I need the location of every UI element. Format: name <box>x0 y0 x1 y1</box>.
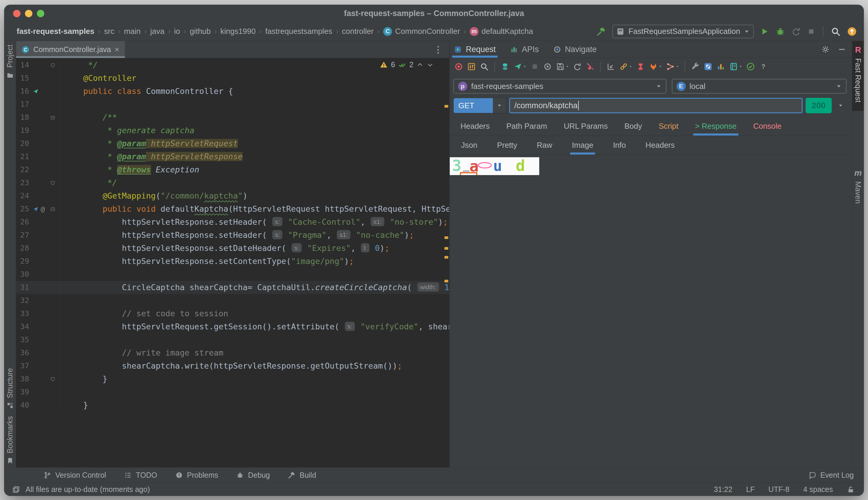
encoding-widget[interactable]: UTF-8 <box>768 485 789 494</box>
gutter-icons[interactable] <box>30 307 45 320</box>
fold-marker[interactable] <box>45 137 61 150</box>
debug-button[interactable] <box>775 26 785 36</box>
code-line[interactable]: 23 */ <box>16 176 449 189</box>
stop-button[interactable] <box>807 27 816 36</box>
breadcrumb-item-src[interactable]: src <box>104 27 114 36</box>
tool-window-button-todo[interactable]: TODO <box>124 471 157 479</box>
line-number[interactable]: 36 <box>16 346 30 360</box>
unlock-icon[interactable] <box>847 486 855 494</box>
line-number[interactable]: 26 <box>16 216 30 229</box>
breadcrumb-item-io[interactable]: io <box>174 27 180 36</box>
wrench-button[interactable] <box>690 61 701 72</box>
swap-button[interactable] <box>703 61 713 72</box>
url-input[interactable]: /common/kaptcha <box>509 98 803 113</box>
save-button[interactable] <box>555 61 570 72</box>
run-button[interactable] <box>760 27 769 36</box>
build-hammer-icon[interactable] <box>596 26 606 36</box>
gutter-icons[interactable] <box>30 373 45 386</box>
tab-response[interactable]: > Response <box>695 122 736 136</box>
line-number[interactable]: 16 <box>16 85 30 98</box>
line-number[interactable]: 25 <box>16 202 30 216</box>
foldstart-icon[interactable] <box>50 206 56 212</box>
line-number[interactable]: 33 <box>16 307 30 320</box>
gutter-icons[interactable] <box>30 111 45 124</box>
foldend-icon[interactable] <box>50 376 56 382</box>
fold-marker[interactable] <box>45 255 61 268</box>
fold-marker[interactable] <box>45 202 61 216</box>
gutter-icons[interactable] <box>30 386 45 399</box>
fold-marker[interactable] <box>45 333 61 346</box>
gutter-icons[interactable] <box>30 98 45 111</box>
code-line[interactable]: 29 httpServletResponse.setContentType("i… <box>16 255 449 268</box>
line-number[interactable]: 32 <box>16 294 30 307</box>
run-configuration-select[interactable]: FastRequestSamplesApplication <box>612 25 754 38</box>
code-editor[interactable]: 14 */15@Controller16public class CommonC… <box>16 58 449 467</box>
code-line[interactable]: 25@ public void defaultKaptcha(HttpServl… <box>16 202 449 216</box>
fold-marker[interactable] <box>45 150 61 163</box>
line-number[interactable]: 18 <box>16 111 30 124</box>
code-line[interactable]: 40} <box>16 399 449 412</box>
verified-button[interactable] <box>745 61 756 72</box>
tab-info[interactable]: Info <box>613 140 626 155</box>
tab-options-menu-icon[interactable]: ⋮ <box>427 41 449 58</box>
redo-button[interactable] <box>572 61 583 72</box>
fold-marker[interactable] <box>45 307 61 320</box>
breadcrumb-item-fastrequestsamples[interactable]: fastrequestsamples <box>265 27 332 36</box>
response-status-badge[interactable]: 200 <box>806 98 832 113</box>
environment-select[interactable]: E local <box>672 79 847 94</box>
sidebar-item-fast-request[interactable]: RFast Request <box>852 41 864 111</box>
fold-marker[interactable] <box>45 229 61 242</box>
code-line[interactable]: 21 * @param httpServletResponse <box>16 150 449 163</box>
line-number[interactable]: 28 <box>16 242 30 255</box>
fold-marker[interactable] <box>45 85 61 98</box>
breadcrumb-item-kings1990[interactable]: kings1990 <box>220 27 256 36</box>
tab-console[interactable]: Console <box>753 122 781 136</box>
breadcrumb-item-CommonController[interactable]: CCommonController <box>383 27 460 36</box>
hide-panel-icon[interactable] <box>838 45 846 54</box>
gutter-icons[interactable] <box>30 333 45 346</box>
gutter-icons[interactable] <box>30 229 45 242</box>
warning-stripe-mark[interactable] <box>444 280 448 282</box>
fold-marker[interactable] <box>45 111 61 124</box>
tool-window-button-build[interactable]: Build <box>288 471 316 479</box>
close-tab-icon[interactable]: × <box>114 47 119 53</box>
minimize-window-button[interactable] <box>25 10 32 17</box>
inspection-widget[interactable]: 6 2 <box>380 60 434 69</box>
code-line[interactable]: 27 httpServletResponse.setHeader( s: "Pr… <box>16 229 449 242</box>
gear-icon[interactable] <box>821 45 830 54</box>
tool-window-button-problems[interactable]: Problems <box>175 471 218 479</box>
book-button[interactable] <box>728 61 743 72</box>
fold-marker[interactable] <box>45 320 61 333</box>
frrun-icon[interactable] <box>32 88 39 95</box>
code-line[interactable]: 26 httpServletResponse.setHeader( s: "Ca… <box>16 216 449 229</box>
code-line[interactable]: 19 * generate captcha <box>16 124 449 137</box>
caret-position-widget[interactable]: 31:22 <box>714 485 732 494</box>
code-line[interactable]: 15@Controller <box>16 72 449 85</box>
warning-stripe-mark[interactable] <box>444 236 448 239</box>
record-button[interactable] <box>453 61 464 72</box>
indent-widget[interactable]: 4 spaces <box>803 485 833 494</box>
tab-headers[interactable]: Headers <box>646 140 675 155</box>
code-line[interactable]: 24 @GetMapping("/common/kaptcha") <box>16 189 449 202</box>
gutter-icons[interactable] <box>30 72 45 85</box>
code-line[interactable]: 38 } <box>16 373 449 386</box>
code-line[interactable]: 35 <box>16 333 449 346</box>
code-line[interactable]: 32 <box>16 294 449 307</box>
line-number[interactable]: 17 <box>16 98 30 111</box>
fold-marker[interactable] <box>45 124 61 137</box>
share-button[interactable] <box>665 61 680 72</box>
breadcrumb-item-defaultKaptcha[interactable]: mdefaultKaptcha <box>470 27 533 36</box>
fold-marker[interactable] <box>45 281 61 294</box>
gutter-icons[interactable]: @ <box>30 202 45 216</box>
line-number[interactable]: 22 <box>16 163 30 176</box>
code-line[interactable]: 28 httpServletResponse.setDateHeader( s:… <box>16 242 449 255</box>
robot-button[interactable] <box>500 61 510 72</box>
foldstart-icon[interactable] <box>50 114 56 121</box>
gutter-icons[interactable] <box>30 124 45 137</box>
tab-urlparams[interactable]: URL Params <box>564 122 608 136</box>
link-button[interactable] <box>618 61 633 72</box>
run-with-coverage-button[interactable] <box>791 27 801 36</box>
warning-stripe-mark[interactable] <box>444 256 448 259</box>
gutter-icons[interactable] <box>30 176 45 189</box>
line-number[interactable]: 39 <box>16 386 30 399</box>
